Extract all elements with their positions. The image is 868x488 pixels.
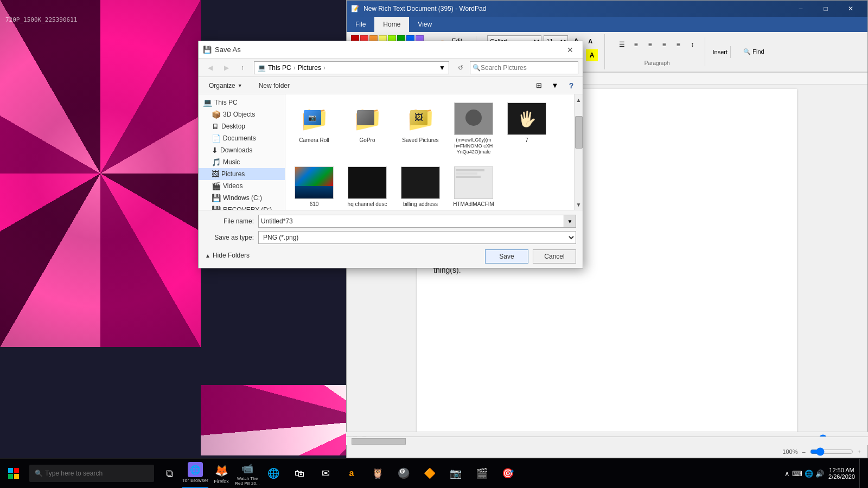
- file-item-gopro[interactable]: 📁 GoPro: [343, 99, 392, 158]
- dialog-close-button[interactable]: ✕: [562, 42, 578, 58]
- breadcrumb[interactable]: 💻 This PC › Pictures › ▼: [254, 61, 449, 74]
- scroll-down-arrow[interactable]: ▼: [575, 199, 583, 210]
- nav-up-button[interactable]: ↑: [235, 61, 250, 75]
- camera-roll-label: Camera Roll: [299, 137, 329, 144]
- taskbar-pin-amazon[interactable]: a: [339, 459, 365, 489]
- breadcrumb-this-pc[interactable]: This PC: [268, 64, 291, 72]
- file-item-camera-roll[interactable]: 📁 📷 Camera Roll: [290, 99, 339, 158]
- tree-item-downloads[interactable]: ⬇ Downloads: [199, 144, 285, 156]
- search-input[interactable]: [481, 64, 576, 72]
- file-html-thumb: [454, 166, 493, 199]
- breadcrumb-dropdown[interactable]: ▼: [439, 64, 445, 72]
- tray-up-arrow[interactable]: ∧: [784, 470, 790, 478]
- taskbar-search-input[interactable]: [45, 470, 143, 477]
- line-spacing-button[interactable]: ↕: [686, 38, 698, 50]
- align-right-button[interactable]: ≡: [658, 38, 670, 50]
- file-item-billing[interactable]: billing address: [396, 163, 445, 210]
- tab-home[interactable]: Home: [374, 17, 409, 32]
- tab-file[interactable]: File: [347, 17, 374, 32]
- justify-button[interactable]: ≡: [672, 38, 684, 50]
- tab-view[interactable]: View: [409, 17, 441, 32]
- task-view-icon: ⧉: [166, 468, 173, 479]
- organize-button[interactable]: Organize ▼: [203, 80, 248, 92]
- file-item-profile[interactable]: (m=ewILG0y)(mh=FMNOMO cXHYnQa42O)male: [449, 99, 498, 158]
- file-item-7[interactable]: 🖐 7: [502, 99, 551, 158]
- folder-tree: 💻 This PC 📦 3D Objects 🖥 Desktop 📄 Docum…: [199, 94, 285, 210]
- taskbar-pin-store[interactable]: 🛍: [286, 459, 312, 489]
- tray-volume-icon[interactable]: 🔊: [815, 470, 824, 478]
- taskbar-pin-ie[interactable]: 🌐: [260, 459, 286, 489]
- insert-button[interactable]: Insert: [714, 46, 726, 58]
- show-desktop-button[interactable]: [859, 459, 864, 489]
- taskbar-pin-tripadvisor[interactable]: 🦉: [365, 459, 391, 489]
- taskbar-pin-vlc[interactable]: 🔶: [417, 459, 443, 489]
- view-dropdown-button[interactable]: ▼: [548, 79, 562, 93]
- tree-item-videos[interactable]: 🎬 Videos: [199, 180, 285, 192]
- highlight-button[interactable]: A: [586, 49, 598, 61]
- taskbar-pin-unknown[interactable]: 🎯: [495, 459, 521, 489]
- scroll-track: [575, 159, 583, 199]
- tor-browser-icon: 🌐: [188, 462, 203, 477]
- nav-forward-button[interactable]: ▶: [219, 61, 233, 75]
- savetype-select[interactable]: PNG (*.png) JPEG (*.jpg) BMP (*.bmp): [258, 231, 576, 244]
- tree-item-documents[interactable]: 📄 Documents: [199, 132, 285, 144]
- tree-item-this-pc[interactable]: 💻 This PC: [199, 97, 285, 108]
- maximize-button[interactable]: □: [813, 1, 838, 17]
- file-item-hq[interactable]: hq channel desc: [343, 163, 392, 210]
- start-button[interactable]: [0, 459, 27, 489]
- taskbar-app-firefox[interactable]: 🦊 Firefox: [208, 459, 234, 489]
- tree-item-3d-objects[interactable]: 📦 3D Objects: [199, 108, 285, 120]
- task-view-button[interactable]: ⧉: [156, 459, 182, 489]
- new-folder-button[interactable]: New folder: [253, 80, 296, 92]
- nav-refresh-button[interactable]: ↺: [454, 61, 468, 75]
- align-center-button[interactable]: ≡: [644, 38, 656, 50]
- taskbar-pin-tor2[interactable]: 🎱: [391, 459, 417, 489]
- file-item-html[interactable]: HTMAdlMACFIM: [449, 163, 498, 210]
- tray-network-icon[interactable]: 🌐: [805, 470, 813, 478]
- taskbar-app-tor-browser[interactable]: 🌐 Tor Browser: [182, 459, 208, 489]
- paragraph-label: Paragraph: [614, 60, 700, 66]
- filename-input[interactable]: [258, 215, 564, 228]
- tree-item-music[interactable]: 🎵 Music: [199, 156, 285, 168]
- bullets-button[interactable]: ☰: [616, 38, 628, 50]
- scroll-thumb[interactable]: [575, 116, 583, 149]
- tree-item-windows-c[interactable]: 💾 Windows (C:): [199, 192, 285, 204]
- taskbar-pin-mail[interactable]: ✉: [312, 459, 339, 489]
- savetype-field: Save as type: PNG (*.png) JPEG (*.jpg) B…: [205, 231, 576, 244]
- align-left-button[interactable]: ≡: [630, 38, 642, 50]
- dialog-scrollbar[interactable]: ▲ ▼: [574, 94, 583, 210]
- view-large-icons-button[interactable]: ⊞: [532, 79, 546, 93]
- nav-back-button[interactable]: ◀: [203, 61, 217, 75]
- shrink-font-button[interactable]: A: [584, 35, 596, 47]
- tree-label-documents: Documents: [223, 134, 256, 142]
- minimize-button[interactable]: –: [788, 1, 813, 17]
- file-item-saved-pictures[interactable]: 📁 🖼 Saved Pictures: [396, 99, 445, 158]
- find-button[interactable]: 🔍 Find: [739, 47, 768, 57]
- close-button[interactable]: ✕: [838, 1, 863, 17]
- taskbar-app-video[interactable]: 📹 Watch The Red Pill 20...: [234, 459, 260, 489]
- taskbar-pin-photos[interactable]: 📷: [443, 459, 469, 489]
- tree-item-recovery-d[interactable]: 💾 RECOVERY (D:): [199, 204, 285, 210]
- file-item-610[interactable]: 610: [290, 163, 339, 210]
- tree-item-desktop[interactable]: 🖥 Desktop: [199, 120, 285, 132]
- filename-dropdown-button[interactable]: ▼: [564, 215, 576, 228]
- hide-folders-arrow: ▲: [205, 253, 210, 259]
- tree-item-pictures[interactable]: 🖼 Pictures: [199, 168, 285, 180]
- ie-icon: 🌐: [266, 466, 281, 481]
- tray-keyboard-icon[interactable]: ⌨: [792, 470, 802, 478]
- tree-label-windows-c: Windows (C:): [223, 194, 262, 202]
- taskbar-pin-media[interactable]: 🎬: [469, 459, 495, 489]
- zoom-in-button[interactable]: +: [858, 448, 861, 455]
- save-button[interactable]: Save: [485, 249, 528, 264]
- zoom-slider[interactable]: [810, 447, 853, 456]
- scroll-up-arrow[interactable]: ▲: [575, 94, 583, 105]
- wordpad-hscrollbar[interactable]: [346, 436, 868, 445]
- hscroll-thumb[interactable]: [352, 438, 406, 445]
- zoom-out-button[interactable]: –: [802, 448, 805, 455]
- cancel-button[interactable]: Cancel: [533, 249, 576, 264]
- help-button[interactable]: ?: [564, 79, 578, 93]
- clock-area[interactable]: 12:50 AM 2/26/2020: [828, 467, 855, 480]
- breadcrumb-pictures[interactable]: Pictures: [298, 64, 321, 72]
- hide-folders-toggle[interactable]: ▲ Hide Folders: [205, 252, 250, 259]
- gopro-label: GoPro: [360, 137, 375, 144]
